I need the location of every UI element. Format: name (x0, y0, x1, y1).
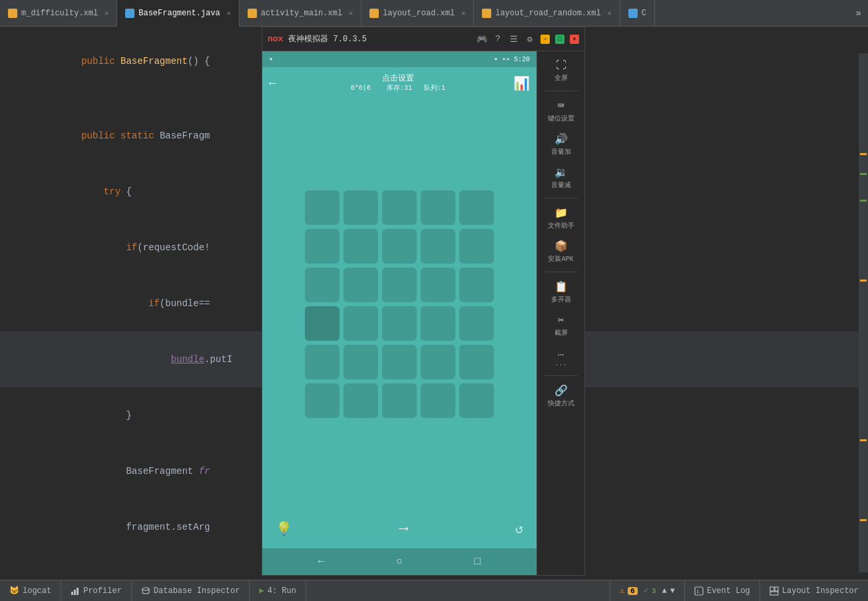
database-icon (141, 586, 150, 596)
nox-multi-open-button[interactable]: 📋 多开器 (539, 276, 583, 308)
grid-cell-5-3[interactable] (382, 345, 417, 379)
fullscreen-label: 全屏 (554, 73, 568, 83)
tab-close[interactable]: ✕ (608, 9, 612, 17)
grid-cell-3-1[interactable] (305, 268, 339, 302)
run-button[interactable]: ▶ 4: Run (250, 580, 306, 602)
nox-fullscreen-button[interactable]: ⛶ 全屏 (539, 55, 583, 87)
multi-open-label: 多开器 (551, 295, 571, 304)
grid-cell-2-1[interactable] (305, 229, 339, 264)
profiler-button[interactable]: Profiler (61, 580, 132, 602)
phone-back-button[interactable]: ← (269, 77, 276, 90)
phone-refresh-button[interactable]: ↺ (515, 520, 523, 537)
phone-screen[interactable]: ▾ ▾ ▪▪ 5:20 ← 点击设置 6*6|6 库存:31 (262, 51, 537, 575)
volume-down-label: 音量减 (551, 180, 571, 190)
file-helper-icon: 📁 (554, 206, 568, 220)
nox-settings-icon[interactable]: ⚙ (525, 34, 535, 45)
nox-more-button[interactable]: … ... (539, 343, 583, 371)
tab-basefragment-java[interactable]: BaseFragment.java ✕ (117, 0, 239, 27)
svg-rect-0 (71, 592, 73, 595)
event-log-button[interactable]: i Event Log (684, 580, 760, 602)
grid-cell-4-2[interactable] (343, 306, 378, 341)
grid-cell-5-2[interactable] (343, 345, 378, 379)
nox-maximize-button[interactable]: □ (555, 35, 564, 44)
warning-triangle-icon: ⚠ (620, 586, 624, 596)
android-recents-button[interactable]: □ (475, 556, 481, 568)
nox-shortcut-button[interactable]: 🔗 快捷方式 (539, 380, 583, 412)
grid-cell-1-4[interactable] (421, 190, 455, 225)
tab-difficulty-xml[interactable]: m_difficulty.xml ✕ (0, 0, 117, 27)
grid-cell-4-5[interactable] (459, 306, 494, 341)
grid-cell-5-1[interactable] (305, 345, 339, 379)
android-home-button[interactable]: ○ (396, 556, 403, 568)
arrow-down-btn[interactable]: ▼ (670, 586, 675, 596)
layout-inspector-icon (769, 586, 779, 596)
svg-text:i: i (696, 588, 700, 594)
grid-cell-6-1[interactable] (305, 383, 339, 418)
warning-count-button[interactable]: ⚠ 6 ✓ 3 ▲ ▼ (610, 580, 684, 602)
svg-point-3 (142, 588, 149, 590)
nox-help-icon[interactable]: ? (493, 34, 503, 44)
logcat-icon: 🐱 (9, 586, 19, 596)
tab-label: layout_road.xml (383, 9, 455, 18)
tab-layout-road-xml[interactable]: layout_road.xml ✕ (361, 0, 474, 27)
logcat-button[interactable]: 🐱 logcat (0, 580, 61, 602)
nox-body: ▾ ▾ ▪▪ 5:20 ← 点击设置 6*6|6 库存:31 (262, 51, 584, 575)
grid-cell-3-4[interactable] (421, 268, 455, 302)
nox-close-button[interactable]: ✕ (570, 35, 579, 44)
grid-cell-2-2[interactable] (343, 229, 378, 264)
grid-cell-6-3[interactable] (382, 383, 417, 418)
tab-activity-main-xml[interactable]: activity_main.xml ✕ (240, 0, 361, 27)
grid-cell-4-4[interactable] (421, 306, 455, 341)
nox-file-helper-button[interactable]: 📁 文件助手 (539, 202, 583, 234)
grid-cell-3-2[interactable] (343, 268, 378, 302)
nox-title: 夜神模拟器 7.0.3.5 (288, 33, 471, 45)
grid-cell-4-3[interactable] (382, 306, 417, 341)
event-log-label: Event Log (707, 586, 750, 596)
grid-cell-6-4[interactable] (421, 383, 455, 418)
arrow-up-btn[interactable]: ▲ (662, 586, 667, 596)
tab-close[interactable]: ✕ (105, 9, 108, 17)
nox-menu-icon[interactable]: ☰ (509, 34, 519, 45)
nox-screenshot-button[interactable]: ✂ 截屏 (539, 309, 583, 341)
tab-close[interactable]: ✕ (461, 9, 465, 17)
tab-overflow[interactable]: C (620, 0, 655, 27)
nox-install-apk-button[interactable]: 📦 安装APK (539, 236, 583, 268)
grid-cell-5-5[interactable] (459, 345, 494, 379)
run-label: 4: Run (268, 586, 296, 596)
status-wifi: ▾ (494, 55, 498, 63)
tab-overflow-arrow[interactable]: » (849, 8, 868, 19)
tab-layout-road-random-xml[interactable]: layout_road_random.xml ✕ (474, 0, 620, 27)
game-grid[interactable] (262, 99, 537, 508)
volume-down-icon: 🔉 (554, 166, 568, 179)
tab-close[interactable]: ✕ (227, 9, 231, 17)
grid-cell-1-5[interactable] (459, 190, 494, 225)
nox-minimize-button[interactable]: – (541, 35, 550, 44)
tab-close[interactable]: ✕ (349, 9, 353, 17)
grid-cell-3-5[interactable] (459, 268, 494, 302)
nox-volume-up-button[interactable]: 🔊 音量加 (539, 128, 583, 160)
grid-cell-2-5[interactable] (459, 229, 494, 264)
layout-inspector-button[interactable]: Layout Inspector (760, 580, 868, 602)
grid-cell-3-3[interactable] (382, 268, 417, 302)
event-log-icon: i (694, 586, 704, 596)
grid-cell-6-5[interactable] (459, 383, 494, 418)
bottom-right-section: ⚠ 6 ✓ 3 ▲ ▼ i Event Log Layout Inspector (610, 580, 868, 602)
grid-cell-6-2[interactable] (343, 383, 378, 418)
nox-gamepad-icon[interactable]: 🎮 (477, 34, 487, 45)
phone-chart-icon[interactable]: 📊 (513, 75, 530, 92)
database-inspector-button[interactable]: Database Inspector (132, 580, 250, 602)
grid-cell-1-3[interactable] (382, 190, 417, 225)
svg-rect-6 (770, 587, 774, 591)
nox-volume-down-button[interactable]: 🔉 音量减 (539, 162, 583, 194)
phone-forward-button[interactable]: → (399, 520, 408, 538)
grid-cell-5-4[interactable] (421, 345, 455, 379)
android-back-button[interactable]: ← (318, 556, 325, 568)
grid-cell-4-1[interactable] (305, 306, 339, 341)
tab-icon-java (125, 9, 134, 18)
phone-lightbulb-icon[interactable]: 💡 (276, 520, 292, 537)
grid-cell-1-1[interactable] (305, 190, 339, 225)
grid-cell-2-3[interactable] (382, 229, 417, 264)
grid-cell-1-2[interactable] (343, 190, 378, 225)
grid-cell-2-4[interactable] (421, 229, 455, 264)
nox-keyboard-button[interactable]: ⌨ 键位设置 (539, 95, 583, 127)
